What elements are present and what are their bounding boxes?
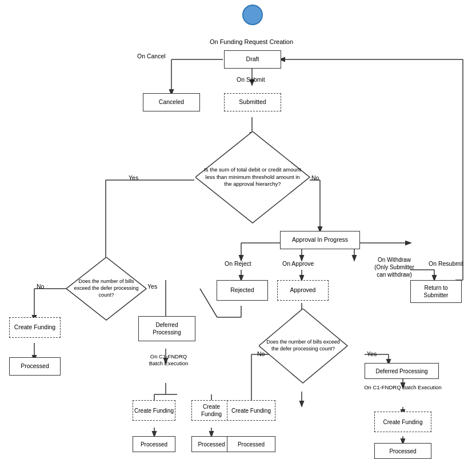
processed2-box: Processed (133, 436, 175, 452)
submitted-box: Submitted (224, 93, 281, 111)
diamond2: Does the number of bills exceed the defe… (66, 257, 146, 320)
processed1-box: Processed (9, 357, 61, 376)
no2-label: No (37, 283, 44, 290)
no1-label: No (311, 174, 319, 181)
processed4-box: Processed (374, 443, 431, 459)
on-cancel-label: On Cancel (137, 53, 166, 59)
yes1-label: Yes (129, 174, 138, 181)
draft-box: Draft (224, 50, 281, 69)
canceled-box: Canceled (143, 93, 200, 111)
deferred-processing1-box: Deferred Processing (138, 316, 195, 341)
create-funding4-box: Create Funding (374, 412, 431, 432)
on-c1-batch1-label: On C1-FNDRQ Batch Execution (140, 353, 197, 368)
diamond3: Does the number of bills exceed the defe… (259, 309, 347, 383)
create-funding-no3-box: Create Funding (227, 400, 275, 421)
deferred-processing2-box: Deferred Processing (365, 363, 439, 379)
yes3-label: Yes (367, 350, 377, 357)
diamond1: Is the sum of total debit or credit amou… (195, 131, 310, 223)
create-funding3-box: Create Funding (191, 400, 231, 421)
flowchart: On Funding Request Creation Draft On Can… (0, 0, 476, 459)
on-submit-label: On Submit (237, 76, 265, 83)
start-circle (242, 5, 263, 25)
create-funding1-box: Create Funding (9, 317, 61, 338)
processed3-box: Processed (191, 436, 231, 452)
create-funding2-box: Create Funding (133, 400, 175, 421)
processed-no3-box: Processed (227, 436, 275, 452)
yes2-label: Yes (147, 283, 157, 290)
on-c1-batch2-label: On C1-FNDRQ Batch Execution (363, 384, 443, 391)
approval-in-progress-box: Approval In Progress (280, 231, 360, 249)
